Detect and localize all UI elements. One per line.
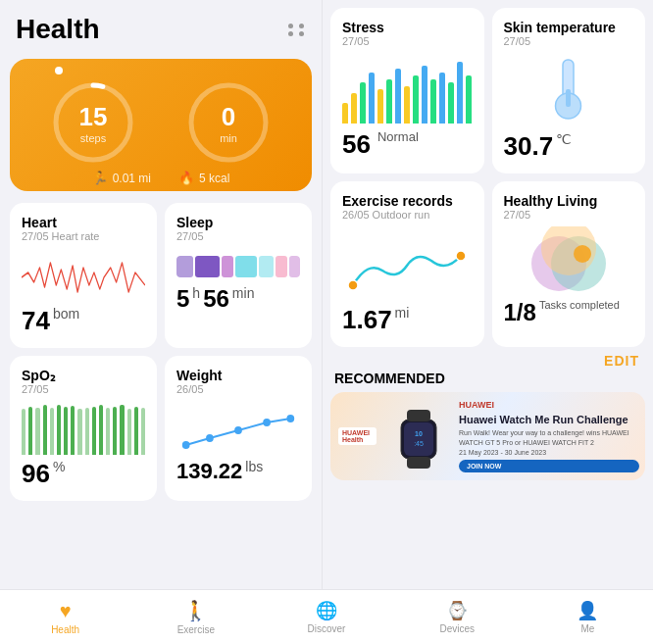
thermometer-icon bbox=[504, 55, 634, 124]
svg-point-7 bbox=[286, 415, 294, 422]
spo2-title: SpO₂ bbox=[22, 368, 145, 383]
recommended-title: RECOMMENDED bbox=[330, 371, 645, 386]
watch-image: 10 :45 bbox=[384, 397, 453, 475]
exercise-value-row: 1.67 mi bbox=[342, 305, 473, 335]
nav-me[interactable]: 👤 Me bbox=[523, 600, 653, 634]
healthy-living-card[interactable]: Healthy Living 27/05 1/8 Tasks completed bbox=[492, 181, 646, 347]
stress-card[interactable]: Stress 27/05 56 Normal bbox=[330, 8, 484, 173]
sleep-card[interactable]: Sleep 27/05 5 h 56 min bbox=[165, 203, 312, 348]
steps-widget: 15 steps bbox=[49, 78, 137, 167]
stress-bar-6 bbox=[395, 69, 401, 124]
spo2-bar-7 bbox=[71, 406, 75, 455]
svg-text:10: 10 bbox=[415, 430, 423, 437]
activity-dot bbox=[55, 67, 63, 74]
temp-value-row: 30.7 ℃ bbox=[504, 131, 634, 162]
svg-point-6 bbox=[263, 419, 271, 426]
join-now-button[interactable]: JOIN NOW bbox=[459, 460, 639, 472]
cards-grid: Heart 27/05 Heart rate 74 bom Sleep 27/0… bbox=[0, 197, 322, 507]
edit-button[interactable]: EDIT bbox=[604, 353, 639, 369]
stress-bar-1 bbox=[351, 93, 357, 124]
svg-text::45: :45 bbox=[414, 440, 424, 447]
stress-bar-9 bbox=[422, 66, 427, 124]
stress-bar-7 bbox=[404, 86, 410, 124]
spo2-bar-12 bbox=[106, 408, 110, 455]
spo2-bar-10 bbox=[92, 407, 96, 456]
spo2-bar-0 bbox=[22, 409, 25, 455]
stress-bar-3 bbox=[369, 73, 375, 124]
time-widget: 0 min bbox=[184, 78, 273, 167]
nav-exercise[interactable]: 🚶 Exercise bbox=[130, 599, 261, 635]
svg-point-11 bbox=[348, 280, 358, 290]
svg-point-16 bbox=[574, 245, 591, 263]
stress-bar-0 bbox=[342, 103, 348, 124]
nav-discover[interactable]: 🌐 Discover bbox=[261, 600, 391, 634]
promo-card[interactable]: HUAWEI Health 10 :45 HUAWEI bbox=[330, 392, 645, 480]
stress-bar-14 bbox=[466, 75, 472, 124]
distance-icon: 🏃 bbox=[92, 171, 108, 185]
sleep-bar bbox=[176, 256, 300, 277]
bottom-nav: ♥ Health 🚶 Exercise 🌐 Discover ⌚ Devices… bbox=[0, 589, 653, 644]
stress-bar-4 bbox=[377, 89, 383, 124]
stress-value-row: 56 Normal bbox=[342, 129, 473, 160]
skin-temp-card[interactable]: Skin temperature 27/05 30.7 ℃ bbox=[492, 8, 646, 173]
huawei-logo-right: HUAWEI bbox=[459, 400, 639, 410]
right-grid: Stress 27/05 56 Normal Skin temperature … bbox=[323, 0, 653, 347]
svg-point-3 bbox=[182, 441, 190, 449]
calories-item: 🔥 5 kcal bbox=[178, 171, 229, 185]
exercise-nav-icon: 🚶 bbox=[183, 599, 208, 622]
promo-desc: Run Walk! Wear your way to a challenge! … bbox=[459, 428, 639, 448]
exercise-card[interactable]: Exercise records 26/05 Outdoor run 1.67 … bbox=[330, 181, 484, 347]
stress-bars bbox=[342, 55, 473, 124]
promo-text-area: HUAWEI Huawei Watch Me Run Challenge Run… bbox=[453, 392, 645, 480]
time-value: 0 min bbox=[220, 102, 237, 144]
spo2-bar-4 bbox=[50, 408, 54, 455]
svg-rect-21 bbox=[407, 410, 430, 421]
heart-nav-icon: ♥ bbox=[60, 600, 72, 622]
devices-nav-icon: ⌚ bbox=[446, 600, 468, 621]
sleep-value-row: 5 h 56 min bbox=[176, 285, 300, 313]
stress-bar-5 bbox=[386, 79, 392, 124]
spo2-bar-6 bbox=[64, 407, 68, 455]
exercise-route bbox=[342, 228, 473, 297]
weight-value-row: 139.22 lbs bbox=[176, 459, 300, 484]
svg-rect-18 bbox=[404, 422, 433, 456]
nav-devices[interactable]: ⌚ Devices bbox=[392, 600, 523, 634]
more-options-icon[interactable] bbox=[288, 24, 306, 36]
stress-bar-10 bbox=[430, 79, 436, 124]
me-nav-icon: 👤 bbox=[577, 600, 598, 621]
spo2-bar-1 bbox=[28, 407, 32, 456]
spo2-bar-15 bbox=[127, 409, 131, 455]
spo2-bar-2 bbox=[35, 408, 39, 455]
stress-bar-13 bbox=[457, 62, 463, 124]
svg-point-5 bbox=[234, 426, 242, 434]
spo2-bar-8 bbox=[77, 409, 81, 455]
spo2-bar-16 bbox=[134, 407, 138, 456]
weight-card[interactable]: Weight 26/05 139.22 lbs bbox=[165, 356, 312, 501]
promo-logo-area: HUAWEI Health bbox=[330, 420, 384, 453]
spo2-bar-11 bbox=[99, 405, 103, 455]
activity-card[interactable]: 15 steps 0 min bbox=[10, 59, 312, 191]
spo2-bar-5 bbox=[57, 405, 61, 455]
distance-item: 🏃 0.01 mi bbox=[92, 171, 151, 185]
spo2-bar-9 bbox=[85, 408, 89, 455]
time-ring: 0 min bbox=[184, 78, 273, 167]
healthy-circles bbox=[504, 226, 634, 295]
steps-value: 15 steps bbox=[79, 102, 108, 144]
header: Health bbox=[0, 0, 322, 53]
healthy-value-row: 1/8 Tasks completed bbox=[504, 299, 634, 326]
nav-health[interactable]: ♥ Health bbox=[0, 600, 130, 635]
heart-chart bbox=[22, 248, 145, 302]
promo-date: 21 May 2023 - 30 June 2023 bbox=[459, 449, 639, 456]
spo2-value-row: 96 % bbox=[22, 459, 145, 489]
stress-bar-12 bbox=[448, 82, 454, 124]
stress-bar-2 bbox=[360, 82, 366, 124]
spo2-bar-3 bbox=[43, 405, 47, 455]
edit-row: EDIT bbox=[323, 347, 653, 371]
spo2-bar-17 bbox=[141, 408, 145, 455]
stress-bar-8 bbox=[413, 75, 419, 124]
spo2-card[interactable]: SpO₂ 27/05 96 % bbox=[10, 356, 157, 501]
svg-point-12 bbox=[456, 251, 466, 261]
heart-card[interactable]: Heart 27/05 Heart rate 74 bom bbox=[10, 203, 157, 348]
promo-title: Huawei Watch Me Run Challenge bbox=[459, 413, 639, 426]
page-title: Health bbox=[16, 14, 100, 45]
